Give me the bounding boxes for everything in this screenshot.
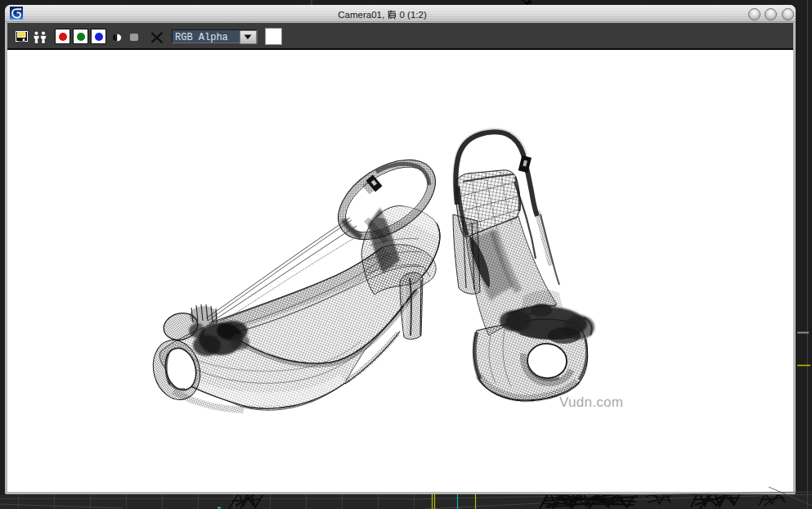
svg-text:Vudn.com: Vudn.com xyxy=(559,394,623,410)
